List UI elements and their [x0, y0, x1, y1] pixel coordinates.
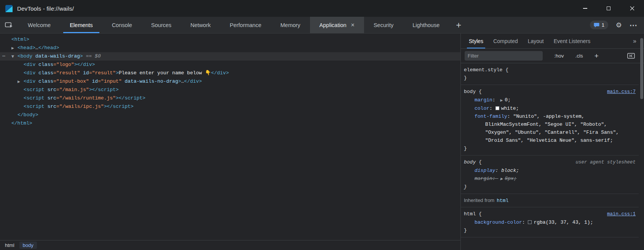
tab-lighthouse[interactable]: Lighthouse — [403, 17, 449, 33]
devtools-window: { "window": { "title": "DevTools - file:… — [0, 0, 644, 250]
css-rule[interactable]: body {main.css:7margin: ▶0;color: white;… — [461, 85, 639, 155]
pseudo-state-button[interactable]: :hov — [554, 53, 564, 59]
expand-shorthand-icon[interactable]: ▶ — [500, 98, 503, 102]
dom-node[interactable]: </body> — [0, 111, 460, 119]
property-value[interactable]: 0 — [505, 97, 508, 103]
scrollbar-thumb[interactable] — [640, 38, 643, 99]
open-brace: { — [476, 210, 482, 218]
tab-computed[interactable]: Computed — [488, 34, 523, 48]
css-property[interactable]: color: white; — [464, 104, 636, 112]
expand-arrow-icon[interactable]: ▶ — [18, 77, 20, 86]
window-title: DevTools - file://wails/ — [17, 5, 74, 12]
tab-application[interactable]: Application × — [310, 17, 364, 33]
dom-node[interactable]: <div class="logo"></div> — [0, 61, 460, 69]
tab-welcome[interactable]: Welcome — [18, 17, 60, 33]
open-brace: { — [502, 66, 508, 74]
tab-console[interactable]: Console — [102, 17, 142, 33]
tab-styles[interactable]: Styles — [464, 34, 488, 48]
maximize-button[interactable] — [597, 0, 620, 17]
css-rule[interactable]: body {user agent stylesheetdisplay: bloc… — [461, 155, 639, 194]
inspect-icon[interactable] — [0, 17, 18, 33]
styles-sidebar: Styles Computed Layout Event Listeners »… — [460, 34, 644, 250]
tab-layout[interactable]: Layout — [523, 34, 549, 48]
issues-bubble-icon — [594, 22, 599, 28]
rule-selector[interactable]: body — [464, 158, 476, 166]
property-name[interactable]: margin — [475, 176, 492, 181]
more-tabs-button[interactable]: + — [449, 17, 468, 33]
dom-node[interactable]: <html> — [0, 35, 460, 44]
rule-header: body {main.css:7 — [464, 88, 636, 96]
rule-selector[interactable]: body — [464, 88, 476, 96]
dom-node[interactable]: <script src="/wails/ipc.js"></script> — [0, 103, 460, 111]
dom-node[interactable]: ▶<div class="input-box" id="input" data-… — [0, 77, 460, 86]
colon: : — [522, 220, 528, 225]
property-value[interactable]: 8px — [505, 176, 513, 181]
dom-node[interactable]: <script src="/main.js"></script> — [0, 86, 460, 94]
code-token: </div> — [211, 70, 229, 76]
inherited-node-link[interactable]: html — [497, 198, 508, 204]
property-value[interactable]: white — [501, 106, 516, 111]
css-property[interactable]: margin: ▶8px; — [464, 175, 636, 183]
devtools-logo-icon — [5, 5, 13, 12]
property-name[interactable]: color — [475, 106, 489, 111]
css-property[interactable]: font-family: "Nunito", -apple-system, Bl… — [464, 112, 636, 144]
close-button[interactable] — [620, 0, 644, 17]
css-rule[interactable]: element.style {} — [461, 63, 639, 85]
tab-security[interactable]: Security — [364, 17, 403, 33]
expand-arrow-icon[interactable]: ▶ — [11, 44, 14, 52]
rule-header: body {user agent stylesheet — [464, 158, 636, 167]
settings-gear-icon[interactable]: ⚙ — [616, 22, 622, 29]
css-property[interactable]: margin: ▶0; — [464, 96, 636, 104]
code-token: <html> — [11, 37, 29, 42]
property-name[interactable]: font-family — [475, 114, 507, 119]
computed-sidebar-toggle-icon[interactable] — [627, 53, 635, 59]
color-swatch[interactable] — [495, 106, 499, 110]
issues-counter[interactable]: 1 — [590, 21, 608, 29]
close-tab-icon[interactable]: × — [351, 22, 355, 28]
more-options-icon[interactable]: ⋯ — [630, 21, 637, 29]
property-name[interactable]: background-color — [475, 220, 522, 225]
code-token: > — [80, 53, 83, 59]
color-swatch[interactable] — [528, 220, 532, 224]
tab-elements[interactable]: Elements — [60, 17, 102, 33]
breadcrumb-html[interactable]: html — [2, 242, 18, 249]
new-style-rule-button[interactable]: + — [594, 52, 599, 60]
styles-scrollbar[interactable] — [639, 34, 644, 250]
tab-performance[interactable]: Performance — [220, 17, 271, 33]
minimize-icon — [583, 8, 587, 9]
tab-memory[interactable]: Memory — [271, 17, 310, 33]
dom-node[interactable]: </html> — [0, 119, 460, 128]
titlebar: DevTools - file://wails/ — [0, 0, 644, 17]
filter-input[interactable] — [465, 51, 543, 61]
css-rule[interactable]: html {main.css:1background-color: rgba(3… — [461, 207, 639, 237]
property-name[interactable]: margin — [475, 97, 492, 103]
dom-node[interactable]: ▶<head>…</head> — [0, 44, 460, 52]
css-property[interactable]: display: block; — [464, 167, 636, 175]
collapse-arrow-icon[interactable]: ▼ — [11, 52, 14, 61]
property-value[interactable]: rgba(33, 37, 43, 1) — [534, 220, 590, 225]
breadcrumb-body[interactable]: body — [19, 242, 37, 249]
code-token: ="/main.js" — [56, 87, 89, 93]
dom-node[interactable]: ⋯▼<body data-wails-drag> == $0 — [0, 52, 460, 61]
stylesheet-link[interactable]: main.css:7 — [607, 88, 636, 96]
close-brace: } — [464, 144, 636, 152]
code-token: ="input-box" — [53, 79, 89, 84]
tab-network[interactable]: Network — [181, 17, 220, 33]
minimize-button[interactable] — [573, 0, 597, 17]
property-name[interactable]: display — [475, 168, 495, 173]
css-property[interactable]: background-color: rgba(33, 37, 43, 1); — [464, 218, 636, 226]
dom-node[interactable]: <script src="/wails/runtime.js"></script… — [0, 94, 460, 103]
close-brace: } — [464, 226, 636, 234]
expand-shorthand-icon[interactable]: ▶ — [500, 177, 503, 181]
tab-event-listeners[interactable]: Event Listeners — [549, 34, 596, 48]
dom-node[interactable]: <div class="result" id="result">Please e… — [0, 69, 460, 77]
tab-sources[interactable]: Sources — [142, 17, 181, 33]
stylesheet-link[interactable]: main.css:1 — [607, 210, 636, 218]
class-toggle-button[interactable]: .cls — [575, 53, 583, 59]
rule-selector[interactable]: element.style — [464, 66, 502, 74]
code-token: ="result" — [89, 70, 116, 76]
rule-selector[interactable]: html — [464, 210, 476, 218]
property-value[interactable]: block — [501, 168, 516, 173]
node-menu-dots-icon[interactable]: ⋯ — [2, 52, 6, 61]
tab-label: Performance — [230, 22, 261, 28]
